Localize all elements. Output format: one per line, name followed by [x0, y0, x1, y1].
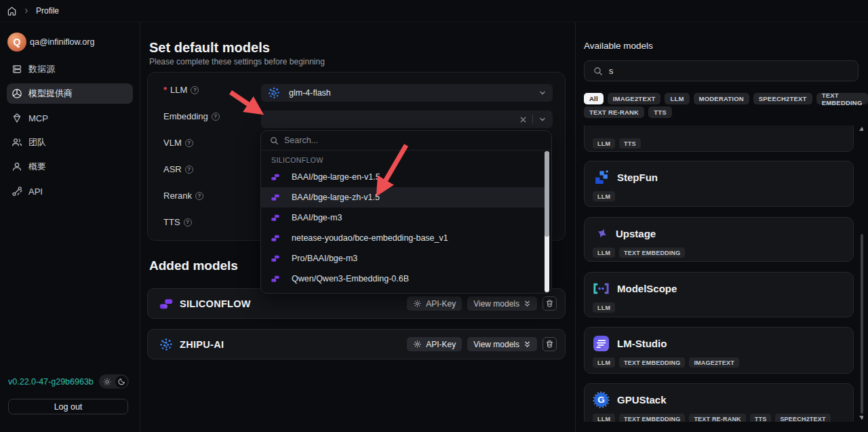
available-models-search[interactable]: s	[584, 60, 859, 81]
dropdown-option[interactable]: netease-youdao/bce-embedding-base_v1	[261, 228, 547, 248]
clear-icon[interactable]	[519, 116, 527, 123]
filter-text-rerank[interactable]: TEXT RE-RANK	[584, 106, 644, 118]
user-email: qa@infiniflow.org	[30, 37, 94, 47]
sidebar-item-api[interactable]: API	[7, 181, 133, 201]
sidebar-item-model-providers[interactable]: 模型提供商	[7, 83, 133, 104]
help-icon[interactable]: ?	[185, 139, 193, 147]
siliconflow-icon	[271, 254, 280, 263]
zhipu-logo-icon	[159, 337, 174, 352]
model-card-partial[interactable]: LLM TTS	[584, 125, 854, 152]
view-models-button[interactable]: View models	[467, 296, 537, 311]
capability-tag: SPEECH2TEXT	[775, 414, 830, 422]
model-card-stepfun[interactable]: StepFun LLM	[584, 161, 854, 207]
help-icon[interactable]: ?	[184, 218, 192, 227]
chevrons-down-icon	[524, 299, 531, 308]
home-icon[interactable]	[7, 6, 17, 16]
delete-provider-button[interactable]	[542, 337, 557, 351]
dropdown-option[interactable]: Qwen/Qwen3-Embedding-0.6B	[261, 269, 547, 289]
model-card-gpustack[interactable]: G GPUStack LLM TEXT EMBEDDING TEXT RE-RA…	[584, 383, 854, 422]
sidebar-item-datasource[interactable]: 数据源	[7, 59, 133, 79]
field-label-asr: ASR?	[163, 164, 193, 174]
breadcrumb[interactable]: Profile	[36, 6, 59, 16]
scrollbar-thumb[interactable]	[861, 234, 863, 414]
api-icon	[12, 186, 22, 197]
sidebar-item-label: 概要	[28, 161, 46, 173]
model-card-lm-studio[interactable]: LM-Studio LLM TEXT EMBEDDING IMAGE2TEXT	[584, 327, 854, 374]
sidebar-item-label: API	[28, 186, 43, 197]
filter-moderation[interactable]: MODERATION	[694, 93, 749, 104]
server-icon	[12, 64, 22, 75]
theme-toggle[interactable]	[99, 374, 129, 389]
model-card-upstage[interactable]: Upstage LLM TEXT EMBEDDING	[584, 217, 854, 262]
breadcrumb-chevron-icon	[23, 7, 30, 14]
page-title: Set default models	[149, 40, 270, 56]
siliconflow-logo-icon	[159, 296, 174, 311]
scroll-down-icon[interactable]	[859, 416, 863, 420]
filter-image2text[interactable]: IMAGE2TEXT	[608, 93, 661, 104]
api-key-button[interactable]: API-Key	[407, 296, 462, 311]
capability-tag: TEXT EMBEDDING	[619, 414, 685, 422]
sidebar-item-profile-summary[interactable]: 概要	[7, 157, 133, 177]
gem-icon	[12, 113, 22, 123]
capability-tag: LLM	[593, 138, 615, 149]
upstage-logo-icon	[596, 227, 608, 239]
page-subtitle: Please complete these settings before be…	[149, 57, 325, 66]
chevrons-down-icon	[524, 340, 531, 349]
help-icon[interactable]: ?	[185, 165, 193, 174]
model-provider-name: GPUStack	[617, 394, 667, 406]
gpustack-logo-icon: G	[593, 391, 610, 408]
model-card-modelscope[interactable]: ModelScope LLM	[584, 272, 854, 317]
dropdown-group-label: SILICONFLOW	[261, 151, 551, 167]
help-icon[interactable]: ?	[191, 86, 199, 94]
dropdown-option[interactable]: Pro/BAAI/bge-m3	[261, 248, 547, 269]
filter-row-2: TEXT RE-RANK TTS	[584, 106, 672, 118]
sidebar: Q qa@infiniflow.org 数据源 模型提供商 MCP 团队 概要 …	[0, 22, 140, 432]
scroll-up-icon[interactable]	[859, 127, 863, 131]
logout-button[interactable]: Log out	[8, 399, 128, 414]
filter-text-embedding[interactable]: TEXT EMBEDDING	[816, 93, 868, 104]
sidebar-item-mcp[interactable]: MCP	[7, 108, 133, 128]
model-provider-icon	[12, 88, 22, 99]
filter-llm[interactable]: LLM	[665, 93, 689, 104]
stepfun-logo-icon	[593, 169, 610, 186]
scrollbar-thumb[interactable]	[545, 151, 549, 237]
dropdown-option[interactable]: BAAI/bge-large-en-v1.5	[261, 167, 547, 187]
sidebar-item-label: 数据源	[28, 63, 55, 75]
help-icon[interactable]: ?	[212, 113, 220, 121]
moon-icon[interactable]	[115, 376, 127, 388]
siliconflow-icon	[271, 274, 280, 283]
embedding-select[interactable]	[261, 111, 553, 128]
filter-all[interactable]: All	[584, 93, 604, 104]
dropdown-search-input[interactable]: Search...	[261, 131, 551, 151]
embedding-dropdown: Search... SILICONFLOW BAAI/bge-large-en-…	[260, 130, 552, 294]
filter-speech2text[interactable]: SPEECH2TEXT	[753, 93, 812, 104]
app-version[interactable]: v0.22.0-47-g29b6963b	[8, 377, 94, 387]
model-provider-name: StepFun	[617, 172, 658, 183]
siliconflow-icon	[271, 213, 280, 222]
sidebar-item-team[interactable]: 团队	[7, 132, 133, 153]
sun-icon[interactable]	[103, 378, 111, 386]
avatar[interactable]: Q	[7, 33, 26, 52]
filter-tts[interactable]: TTS	[648, 106, 672, 118]
delete-provider-button[interactable]	[542, 296, 557, 311]
divider	[532, 115, 533, 124]
zhipu-logo-icon	[267, 86, 281, 100]
search-value: s	[609, 66, 613, 76]
provider-card-zhipu-ai: ZHIPU-AI API-Key View models	[147, 329, 566, 359]
model-provider-name: LM-Studio	[617, 338, 667, 349]
model-provider-name: ModelScope	[617, 283, 677, 294]
view-models-button[interactable]: View models	[467, 337, 537, 351]
siliconflow-icon	[271, 193, 280, 202]
modelscope-logo-icon	[593, 283, 610, 294]
llm-select[interactable]: glm-4-flash	[261, 84, 553, 102]
dropdown-scrollbar[interactable]	[545, 151, 549, 292]
chevron-down-icon	[538, 115, 547, 123]
provider-name: SILICONFLOW	[180, 298, 251, 309]
dropdown-option[interactable]: BAAI/bge-m3	[261, 208, 547, 228]
help-icon[interactable]: ?	[195, 192, 203, 200]
dropdown-option-highlighted[interactable]: BAAI/bge-large-zh-v1.5	[261, 187, 547, 208]
api-key-button[interactable]: API-Key	[407, 337, 462, 351]
search-icon	[593, 66, 603, 76]
model-provider-name: Upstage	[616, 228, 656, 239]
sidebar-item-label: 模型提供商	[28, 87, 73, 100]
